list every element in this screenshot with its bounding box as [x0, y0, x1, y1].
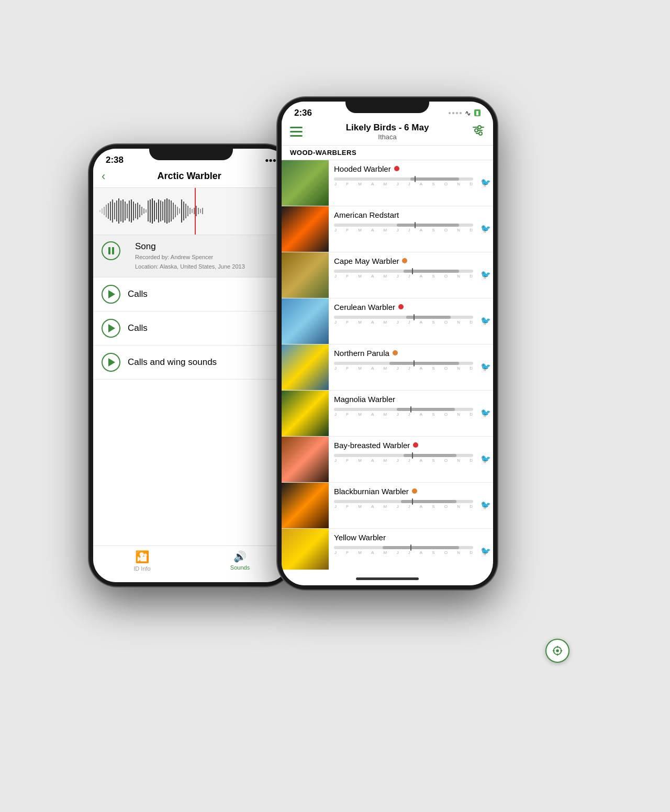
bird-row-6[interactable]: Bay-breasted WarblerJFMAMJJASOND🐦 — [282, 437, 493, 483]
filter-icon — [472, 125, 485, 136]
bird-dot-3 — [398, 304, 404, 309]
scene: 2:38 ●●● ‹ Arctic Warbler — [73, 92, 597, 720]
location-button[interactable] — [545, 639, 570, 663]
bird-row-1[interactable]: American RedstartJFMAMJJASOND🐦 — [282, 206, 493, 252]
bird-silhouette-4: 🐦 — [481, 363, 491, 371]
svg-rect-31 — [164, 199, 165, 223]
p1-time: 2:38 — [106, 155, 124, 165]
bird-bar-4 — [334, 362, 473, 365]
bird-silhouette-col-2: 🐦 — [478, 252, 493, 298]
svg-rect-41 — [185, 204, 186, 218]
pause-button[interactable] — [102, 241, 120, 260]
svg-rect-37 — [177, 207, 178, 215]
tab-id-info[interactable]: 🎦 ID Info — [93, 550, 191, 572]
bird-name-0: Hooded Warbler — [334, 164, 391, 173]
p1-calls-item-1[interactable]: Calls — [93, 277, 289, 312]
bird-silhouette-col-3: 🐦 — [478, 298, 493, 344]
bird-dot-6 — [413, 442, 418, 448]
svg-rect-48 — [200, 209, 201, 213]
tab-id-info-label: ID Info — [133, 565, 150, 572]
svg-rect-29 — [160, 201, 161, 221]
svg-rect-15 — [131, 199, 132, 223]
location-icon — [552, 645, 563, 657]
bird-silhouette-col-7: 🐦 — [478, 483, 493, 528]
p1-calls-item-2[interactable]: Calls — [93, 312, 289, 346]
svg-rect-11 — [122, 199, 124, 223]
phone-2: 2:36 ∿ ▮ — [277, 97, 497, 589]
bird-thumb-7 — [282, 483, 329, 528]
hamburger-line-1 — [290, 127, 303, 128]
bird-silhouette-col-1: 🐦 — [478, 206, 493, 252]
svg-rect-30 — [162, 202, 163, 220]
bird-info-0: Hooded WarblerJFMAMJJASOND — [329, 160, 478, 206]
svg-point-55 — [479, 132, 482, 135]
p1-back-button[interactable]: ‹ — [102, 170, 105, 183]
svg-rect-6 — [112, 199, 113, 223]
play-button-3[interactable] — [102, 353, 120, 372]
bird-row-8[interactable]: Yellow WarblerJFMAMJJASOND🐦 — [282, 529, 493, 570]
svg-rect-25 — [152, 198, 153, 224]
bird-info-3: Cerulean WarblerJFMAMJJASOND — [329, 298, 478, 344]
bird-name-7: Blackburnian Warbler — [334, 487, 409, 496]
song-label: Song — [135, 241, 245, 252]
pause-icon — [108, 247, 114, 254]
svg-rect-33 — [169, 199, 170, 223]
bird-bar-1 — [334, 224, 473, 227]
bird-list[interactable]: Hooded WarblerJFMAMJJASOND🐦American Reds… — [282, 160, 493, 570]
p2-section-header: WOOD-WARBLERS — [282, 146, 493, 160]
p2-header: Likely Birds - 6 May Ithaca — [282, 120, 493, 146]
menu-button[interactable] — [290, 127, 303, 137]
phone-2-notch — [345, 97, 429, 113]
bird-bar-0 — [334, 177, 473, 181]
bird-thumb-8 — [282, 529, 329, 570]
p1-waveform[interactable] — [93, 188, 289, 235]
filter-button[interactable] — [472, 125, 485, 138]
bird-row-5[interactable]: Magnolia WarblerJFMAMJJASOND🐦 — [282, 391, 493, 437]
p1-calls-wing-item[interactable]: Calls and wing sounds — [93, 346, 289, 380]
bird-row-3[interactable]: Cerulean WarblerJFMAMJJASOND🐦 — [282, 298, 493, 344]
p2-subtitle: Ithaca — [346, 133, 429, 141]
bird-silhouette-col-5: 🐦 — [478, 391, 493, 436]
bird-silhouette-3: 🐦 — [481, 317, 491, 325]
battery-icon: ▮ — [474, 109, 481, 116]
bird-info-4: Northern ParulaJFMAMJJASOND — [329, 344, 478, 390]
bird-silhouette-8: 🐦 — [481, 547, 491, 555]
bird-row-4[interactable]: Northern ParulaJFMAMJJASOND🐦 — [282, 344, 493, 391]
bird-name-3: Cerulean Warbler — [334, 303, 395, 312]
bird-silhouette-5: 🐦 — [481, 409, 491, 417]
signal-dots-icon — [449, 112, 462, 114]
svg-rect-35 — [173, 203, 174, 219]
sound-icon: 🔊 — [233, 550, 247, 563]
phone-1-notch — [149, 144, 233, 160]
svg-rect-23 — [148, 201, 149, 221]
bird-info-2: Cape May WarblerJFMAMJJASOND — [329, 252, 478, 298]
bird-row-0[interactable]: Hooded WarblerJFMAMJJASOND🐦 — [282, 160, 493, 206]
bird-silhouette-col-0: 🐦 — [478, 160, 493, 206]
bird-silhouette-col-8: 🐦 — [478, 529, 493, 570]
bird-dot-2 — [402, 258, 407, 263]
waveform-svg — [99, 193, 283, 229]
svg-rect-16 — [133, 202, 134, 220]
bird-name-1: American Redstart — [334, 210, 399, 219]
bird-silhouette-6: 🐦 — [481, 455, 491, 463]
play-button-2[interactable] — [102, 319, 120, 338]
svg-rect-32 — [166, 198, 168, 224]
play-icon-2 — [108, 324, 115, 332]
bird-row-2[interactable]: Cape May WarblerJFMAMJJASOND🐦 — [282, 252, 493, 298]
svg-rect-2 — [104, 207, 105, 215]
p2-header-center: Likely Birds - 6 May Ithaca — [346, 123, 429, 141]
svg-rect-7 — [114, 203, 115, 219]
bird-dot-0 — [394, 166, 399, 171]
play-button-1[interactable] — [102, 285, 120, 304]
p1-tab-bar: 🎦 ID Info 🔊 Sounds — [93, 546, 289, 582]
bird-silhouette-1: 🐦 — [481, 225, 491, 233]
svg-rect-22 — [146, 209, 147, 213]
calls-label-1: Calls — [128, 289, 148, 299]
svg-rect-21 — [143, 208, 144, 214]
svg-rect-39 — [181, 199, 182, 223]
phone-1-screen: 2:38 ●●● ‹ Arctic Warbler — [93, 149, 289, 582]
bird-row-7[interactable]: Blackburnian WarblerJFMAMJJASOND🐦 — [282, 483, 493, 529]
bird-name-2: Cape May Warbler — [334, 257, 399, 265]
p1-song-item[interactable]: Song Recorded by: Andrew Spencer Locatio… — [93, 235, 289, 278]
tab-sounds[interactable]: 🔊 Sounds — [191, 550, 289, 572]
